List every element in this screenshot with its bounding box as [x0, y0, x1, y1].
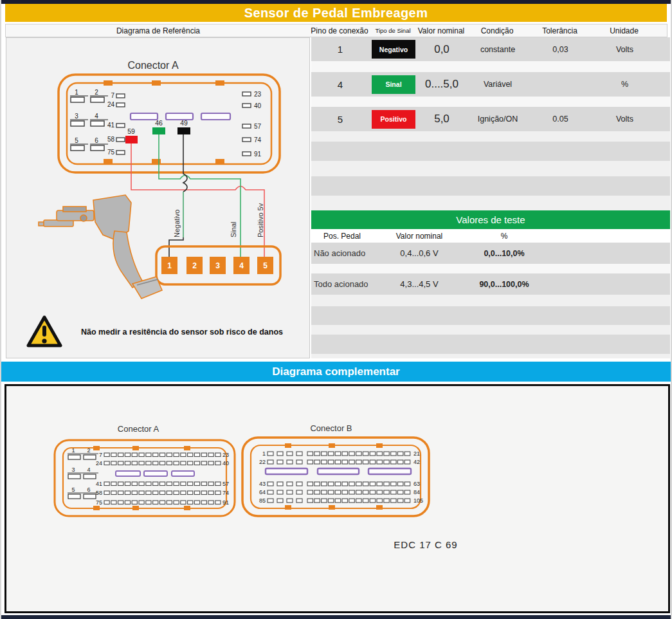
small-pin	[356, 499, 362, 503]
small-pin	[181, 461, 186, 465]
signal-type-badge: Negativo	[372, 40, 415, 59]
unit: Volts	[591, 45, 658, 54]
small-pin	[118, 501, 123, 504]
condition: Ignição/ON	[466, 115, 530, 124]
small-pin	[146, 453, 151, 457]
connector-a-bottom: Conector A1234567232440415758747591	[55, 424, 235, 516]
svg-text:6: 6	[95, 137, 98, 144]
big-pin	[84, 494, 96, 499]
housing-tab	[104, 80, 113, 86]
small-pin	[356, 482, 362, 486]
small-pin	[215, 482, 221, 486]
svg-text:3: 3	[71, 467, 75, 473]
small-pin	[174, 482, 179, 486]
svg-text:57: 57	[254, 123, 262, 130]
small-pin	[146, 501, 151, 504]
small-pin	[104, 461, 109, 465]
ecu-connectors-diagram: Conector A1234567232440415758747591Conec…	[6, 386, 668, 611]
small-pin	[328, 482, 334, 486]
small-pin	[342, 482, 348, 486]
percent-range: 0,0...10,0%	[466, 249, 543, 258]
small-pin	[118, 491, 123, 495]
svg-text:75: 75	[96, 499, 102, 506]
svg-text:1: 1	[75, 89, 78, 96]
test-values-column-headers: Pos. Pedal Valor nominal %	[311, 229, 670, 243]
big-pin	[91, 145, 104, 151]
big-pin	[84, 474, 96, 479]
svg-text:2: 2	[95, 89, 98, 96]
svg-text:74: 74	[254, 136, 262, 143]
condition: constante	[466, 45, 530, 54]
small-pin	[104, 482, 109, 486]
small-pin	[159, 461, 165, 465]
table-row: 5 Positivo 5,0 Ignição/ON 0.05 Volts	[311, 107, 670, 131]
small-pin	[384, 460, 390, 464]
small-pin	[116, 94, 125, 98]
small-pin	[349, 460, 355, 464]
key-slot	[166, 113, 193, 120]
housing-tab	[329, 443, 335, 448]
small-pin	[139, 461, 144, 465]
small-pin	[268, 452, 273, 456]
small-pin	[125, 461, 130, 465]
small-pin	[335, 460, 341, 464]
svg-text:4: 4	[239, 261, 244, 270]
small-pin	[174, 461, 179, 465]
col-valor-nominal: Valor nominal	[373, 232, 466, 241]
svg-text:41: 41	[107, 122, 115, 129]
small-pin	[181, 453, 186, 457]
small-pin	[104, 453, 109, 457]
percent-range: 90,0...100,0%	[466, 280, 543, 289]
small-pin	[159, 501, 165, 504]
svg-text:49: 49	[180, 119, 188, 127]
small-pin	[194, 461, 199, 465]
small-pin	[377, 490, 383, 494]
housing-tab	[93, 506, 100, 510]
small-pin	[125, 453, 130, 457]
key-slot	[368, 468, 411, 474]
col-header-valor-nominal: Valor nominal	[417, 26, 465, 35]
test-values-title: Valores de teste	[456, 214, 525, 225]
svg-text:4: 4	[87, 467, 90, 473]
unit: Volts	[591, 115, 658, 124]
pedal-position: Não acionado	[311, 248, 373, 258]
big-pin	[71, 121, 84, 126]
complementary-diagram-bar: Diagrama complementar	[1, 362, 671, 382]
connector-a-top: Conector A123456724415875234057749159464…	[59, 60, 280, 172]
connector-a-title: Conector A	[127, 60, 178, 71]
small-pin	[356, 490, 362, 494]
wire-positivo	[131, 143, 264, 257]
svg-text:2: 2	[87, 447, 90, 454]
small-pin	[356, 452, 362, 456]
small-pin	[370, 452, 376, 456]
small-pin	[242, 92, 251, 96]
svg-text:2: 2	[192, 261, 197, 270]
housing-tab	[376, 505, 383, 510]
signal-type-badge: Sinal	[372, 75, 415, 94]
small-pin	[363, 499, 368, 503]
complementary-title: Diagrama complementar	[272, 365, 399, 378]
empty-band	[311, 161, 670, 176]
small-pin	[277, 490, 283, 494]
small-pin	[201, 482, 206, 486]
svg-text:7: 7	[99, 452, 102, 458]
key-slot	[116, 471, 140, 476]
row-gap	[311, 97, 670, 107]
housing-tab	[376, 443, 383, 448]
small-pin	[153, 461, 158, 465]
key-slot	[318, 468, 359, 474]
big-pin	[91, 121, 104, 126]
small-pin	[125, 501, 130, 504]
svg-text:42: 42	[413, 459, 420, 465]
small-pin	[153, 491, 158, 495]
small-pin	[111, 482, 116, 486]
small-pin	[268, 482, 273, 486]
svg-text:40: 40	[222, 460, 229, 467]
small-pin	[116, 151, 125, 154]
pin-49-black	[177, 127, 190, 134]
column-header-band: Diagrama de Referência Pino de conexão T…	[5, 24, 667, 37]
small-pin	[328, 460, 334, 464]
small-pin	[111, 453, 116, 457]
small-pin	[167, 491, 172, 495]
reference-diagram-header: Diagrama de Referência	[6, 24, 311, 37]
